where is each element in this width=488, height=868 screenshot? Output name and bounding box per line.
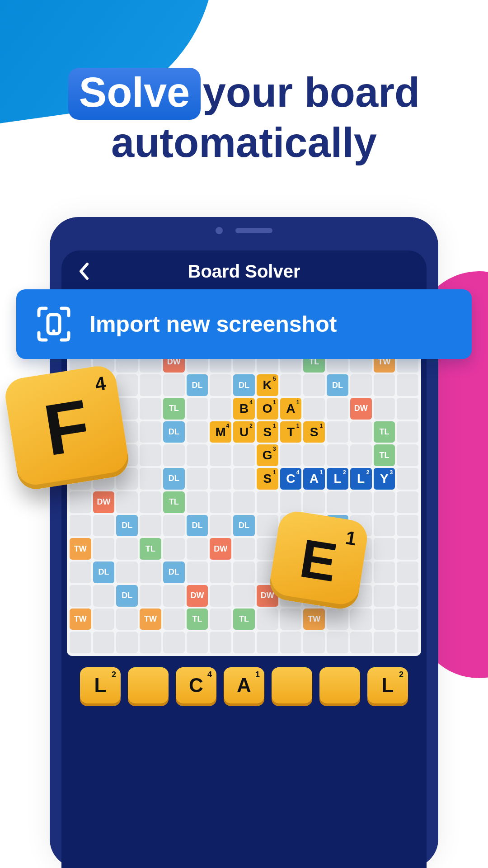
- board-cell[interactable]: [397, 538, 418, 560]
- board-cell[interactable]: [93, 632, 115, 653]
- board-cell[interactable]: [233, 444, 255, 466]
- board-cell[interactable]: [163, 609, 185, 630]
- board-cell[interactable]: DL: [233, 374, 255, 396]
- placed-tile[interactable]: S1: [257, 468, 278, 490]
- rack-tile-blank[interactable]: [128, 667, 169, 703]
- board-cell[interactable]: [350, 421, 372, 443]
- board-cell[interactable]: DL: [187, 374, 208, 396]
- board-cell[interactable]: TW: [70, 538, 91, 560]
- board-cell[interactable]: [257, 491, 278, 513]
- board-cell[interactable]: [327, 444, 348, 466]
- board-cell[interactable]: DL: [116, 515, 138, 537]
- board-cell[interactable]: [187, 421, 208, 443]
- placed-tile[interactable]: S1: [303, 421, 325, 443]
- board-cell[interactable]: [397, 468, 418, 490]
- board-cell[interactable]: DL: [163, 561, 185, 583]
- board-cell[interactable]: [140, 491, 161, 513]
- board-cell[interactable]: [116, 632, 138, 653]
- board-cell[interactable]: [374, 609, 395, 630]
- board-cell[interactable]: [303, 444, 325, 466]
- board-cell[interactable]: TL: [233, 609, 255, 630]
- board-cell[interactable]: DW: [350, 398, 372, 420]
- board-cell[interactable]: [233, 585, 255, 607]
- board-cell[interactable]: [93, 609, 115, 630]
- placed-tile[interactable]: T1: [280, 421, 302, 443]
- board-cell[interactable]: [163, 538, 185, 560]
- suggested-tile[interactable]: C4: [280, 468, 302, 490]
- board-cell[interactable]: [374, 398, 395, 420]
- board-cell[interactable]: [303, 491, 325, 513]
- board-cell[interactable]: [210, 561, 231, 583]
- suggested-tile[interactable]: Y3: [374, 468, 395, 490]
- board-cell[interactable]: [374, 538, 395, 560]
- board-cell[interactable]: [397, 398, 418, 420]
- board-cell[interactable]: [397, 515, 418, 537]
- board-cell[interactable]: [257, 609, 278, 630]
- board-cell[interactable]: [163, 374, 185, 396]
- board-cell[interactable]: [187, 398, 208, 420]
- board-cell[interactable]: [374, 632, 395, 653]
- board-cell[interactable]: [187, 468, 208, 490]
- placed-tile[interactable]: A1: [280, 398, 302, 420]
- board-cell[interactable]: [374, 374, 395, 396]
- board-cell[interactable]: [233, 468, 255, 490]
- board-cell[interactable]: [350, 444, 372, 466]
- placed-tile[interactable]: K5: [257, 374, 278, 396]
- board-cell[interactable]: [140, 561, 161, 583]
- board-cell[interactable]: [70, 561, 91, 583]
- board-cell[interactable]: [70, 515, 91, 537]
- board-cell[interactable]: [397, 585, 418, 607]
- import-screenshot-button[interactable]: Import new screenshot: [16, 289, 472, 359]
- board-cell[interactable]: DL: [233, 515, 255, 537]
- board-cell[interactable]: [140, 585, 161, 607]
- board-cell[interactable]: [210, 398, 231, 420]
- board-cell[interactable]: [140, 444, 161, 466]
- board-cell[interactable]: [280, 491, 302, 513]
- board-cell[interactable]: [187, 491, 208, 513]
- back-button[interactable]: [74, 261, 94, 281]
- board-cell[interactable]: [116, 538, 138, 560]
- rack-tile[interactable]: A1: [224, 667, 264, 703]
- placed-tile[interactable]: M4: [210, 421, 231, 443]
- board-cell[interactable]: [397, 374, 418, 396]
- suggested-tile[interactable]: A1: [303, 468, 325, 490]
- board-cell[interactable]: TW: [70, 609, 91, 630]
- board-cell[interactable]: [233, 561, 255, 583]
- placed-tile[interactable]: G3: [257, 444, 278, 466]
- rack-tile-blank[interactable]: [319, 667, 360, 703]
- board-cell[interactable]: [327, 491, 348, 513]
- board-cell[interactable]: [210, 491, 231, 513]
- board-cell[interactable]: DW: [93, 491, 115, 513]
- board-cell[interactable]: [116, 609, 138, 630]
- board-cell[interactable]: [210, 444, 231, 466]
- board-cell[interactable]: [187, 561, 208, 583]
- board-cell[interactable]: TL: [374, 421, 395, 443]
- board-cell[interactable]: DW: [210, 538, 231, 560]
- board-cell[interactable]: [374, 585, 395, 607]
- board-cell[interactable]: [327, 421, 348, 443]
- board-cell[interactable]: [397, 421, 418, 443]
- board-cell[interactable]: [187, 444, 208, 466]
- board-cell[interactable]: [70, 632, 91, 653]
- board-cell[interactable]: [280, 444, 302, 466]
- board-cell[interactable]: [280, 609, 302, 630]
- board-cell[interactable]: [187, 538, 208, 560]
- board-cell[interactable]: [140, 468, 161, 490]
- placed-tile[interactable]: B4: [233, 398, 255, 420]
- board-cell[interactable]: TL: [163, 491, 185, 513]
- board-cell[interactable]: DL: [187, 515, 208, 537]
- suggested-tile[interactable]: L2: [327, 468, 348, 490]
- board-cell[interactable]: [116, 374, 138, 396]
- board-cell[interactable]: [93, 585, 115, 607]
- board-cell[interactable]: TL: [374, 444, 395, 466]
- board-cell[interactable]: [210, 632, 231, 653]
- placed-tile[interactable]: U2: [233, 421, 255, 443]
- board-cell[interactable]: [233, 632, 255, 653]
- board-cell[interactable]: [257, 632, 278, 653]
- board-cell[interactable]: TL: [187, 609, 208, 630]
- board-cell[interactable]: [140, 374, 161, 396]
- board-cell[interactable]: [350, 632, 372, 653]
- board-cell[interactable]: [93, 515, 115, 537]
- board-cell[interactable]: [374, 491, 395, 513]
- board-cell[interactable]: [210, 585, 231, 607]
